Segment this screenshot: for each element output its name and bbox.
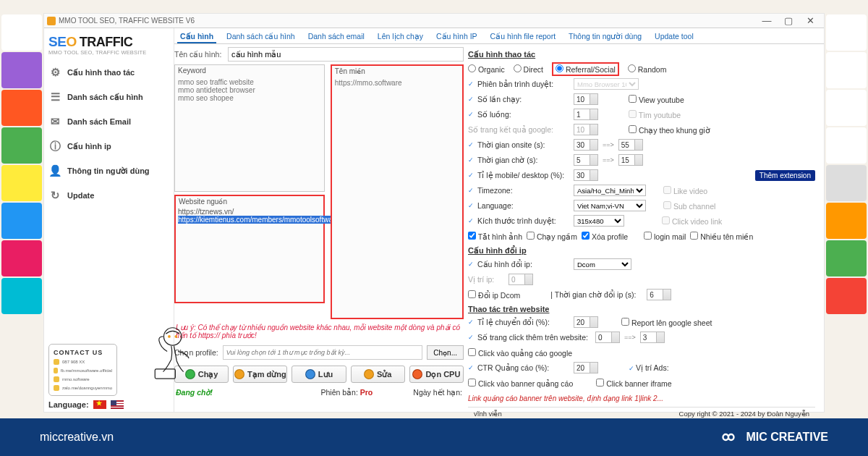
off-image-check[interactable]: Tắt hình ảnh	[468, 232, 522, 241]
source-box[interactable]: Website nguồn https://tznews.vn/ https:/…	[174, 195, 325, 303]
clicks-to-spin[interactable]: 3	[640, 332, 665, 343]
sidebar-item-update[interactable]: ↻Update	[48, 189, 169, 202]
save-icon	[305, 369, 315, 379]
mail-icon: ✉	[48, 115, 61, 128]
maximize-button[interactable]: ▢	[778, 15, 799, 26]
mascot-illustration	[147, 321, 201, 383]
threads-spin[interactable]: 1	[574, 109, 598, 120]
click-video-check: Click video link	[662, 216, 722, 226]
onsite-to-spin[interactable]: 55	[618, 139, 643, 151]
run-times-spin[interactable]: 10	[574, 93, 598, 105]
ads-check[interactable]: Click vào quảng cáo google	[468, 348, 572, 358]
ipwait-spin[interactable]: 6	[647, 289, 671, 300]
status-text: Đang chờ!	[176, 388, 213, 397]
edit-button[interactable]: Sửa	[351, 366, 405, 383]
ratio-spin[interactable]: 30	[574, 169, 598, 181]
language-row: Language:	[48, 400, 169, 409]
contact-card: CONTACT US 087 908 XX fb.me/mmosoftware.…	[48, 344, 117, 396]
infinity-icon	[718, 430, 739, 444]
sidebar-item-config[interactable]: ⚙Cấu hình thao tác	[48, 66, 169, 79]
tab-config-list[interactable]: Danh sách cấu hình	[224, 30, 298, 43]
copyright: Copy right © 2021 - 2024 by Đoàn Nguyễn	[679, 410, 809, 418]
config-name-label: Tên cấu hình:	[174, 50, 224, 59]
section-web: Thao tác trên website	[468, 305, 815, 313]
view-youtube-check[interactable]: View youtube	[629, 95, 684, 104]
logo: SEO TRAFFIC	[48, 34, 169, 50]
sub-channel-check: Sub channel	[663, 201, 715, 211]
config-name-input[interactable]	[228, 47, 464, 62]
like-video-check: Like video	[663, 186, 707, 195]
section-action: Cấu hình thao tác	[468, 50, 535, 59]
source-note: Lưu ý: Có thể chạy từ nhiều nguồn websit…	[174, 322, 464, 341]
onsite-spin[interactable]: 30	[574, 139, 598, 151]
list-icon: ☰	[48, 90, 61, 104]
domain-box[interactable]: Tên miền https://mmo.software	[331, 64, 464, 319]
cropped-right-strip	[825, 13, 868, 413]
close-button[interactable]: ✕	[799, 15, 821, 26]
minimize-button[interactable]: —	[756, 15, 778, 26]
app-icon	[47, 17, 56, 25]
tab-config[interactable]: Cấu hình	[177, 30, 216, 43]
gear-icon: ⚙	[48, 66, 61, 79]
domain-textarea[interactable]: https://mmo.software	[332, 77, 462, 318]
ip-icon: ⓘ	[48, 140, 61, 153]
language-select[interactable]: Viet Nam;vi-VN	[574, 200, 646, 211]
timezone-select[interactable]: Asia/Ho_Chi_Minh	[574, 185, 646, 196]
sidebar-item-config-list[interactable]: ☰Danh sách cấu hình	[48, 90, 169, 104]
banner-brand: MIC CREATIVE	[746, 431, 828, 444]
choose-button[interactable]: Chọn...	[427, 345, 464, 360]
banner-url: miccreative.vn	[40, 431, 114, 444]
tab-email[interactable]: Danh sách email	[305, 30, 367, 43]
iframe-check[interactable]: Click banner iframe	[596, 379, 671, 388]
ctr-spin[interactable]: 20	[574, 362, 598, 373]
keyword-textarea[interactable]: mmo seo traffic website mmo antidetect b…	[175, 77, 324, 191]
svg-point-0	[163, 328, 181, 345]
user-icon: 👤	[48, 164, 61, 177]
page-banner: miccreative.vn MIC CREATIVE	[0, 418, 868, 456]
profile-input[interactable]	[223, 345, 423, 360]
mode-referral[interactable]: Referral/Social	[556, 64, 616, 74]
mode-direct[interactable]: Direct	[514, 64, 543, 74]
mode-organic[interactable]: Organic	[468, 64, 505, 74]
ipcfg-select[interactable]: Dcom	[574, 258, 631, 270]
tab-report[interactable]: Cấu hình file report	[488, 30, 558, 43]
del-profile-check[interactable]: Xóa profile	[582, 232, 628, 241]
browser-select[interactable]: Mmo Browser 100	[574, 78, 639, 90]
pause-icon	[234, 369, 244, 379]
sidebar-item-ip[interactable]: ⓘCấu hình ip	[48, 140, 169, 153]
svg-rect-3	[155, 369, 175, 379]
wait-to-spin[interactable]: 15	[618, 154, 643, 166]
clean-button[interactable]: Dọn CPU	[409, 366, 464, 383]
pause-button[interactable]: Tạm dừng	[233, 366, 287, 383]
find-youtube-check: Tìm youtube	[629, 110, 681, 119]
tab-update[interactable]: Update tool	[652, 30, 697, 43]
multi-domain-check[interactable]: Nhiều tên miền	[690, 232, 753, 241]
login-mail-check[interactable]: login mail	[644, 232, 686, 241]
tab-ip[interactable]: Cấu hình IP	[433, 30, 480, 43]
wait-spin[interactable]: 5	[574, 154, 598, 166]
banner-check[interactable]: Click vào banner quảng cáo	[468, 379, 573, 388]
edit-icon	[364, 369, 374, 379]
sidebar-item-user[interactable]: 👤Thông tin người dùng	[48, 164, 169, 177]
dcom-check[interactable]: Đổi ip Dcom	[468, 290, 520, 300]
keyword-box[interactable]: Keyword mmo seo traffic website mmo anti…	[174, 64, 325, 192]
conv-spin[interactable]: 20	[574, 316, 598, 328]
section-ip: Cấu hình đổi ip	[468, 246, 815, 256]
window-title: MMO TOOL SEO, TRAFFIC WEBSITE V6	[59, 17, 195, 25]
schedule-check[interactable]: Chạy theo khung giờ	[629, 125, 710, 135]
flag-vn-icon[interactable]	[93, 400, 106, 409]
extension-button[interactable]: Thêm extension	[755, 170, 815, 181]
clicks-spin[interactable]: 0	[595, 332, 620, 343]
tab-schedule[interactable]: Lên lịch chạy	[375, 30, 426, 43]
refresh-icon: ↻	[48, 189, 61, 202]
bg-run-check[interactable]: Chạy ngầm	[527, 232, 577, 241]
flag-us-icon[interactable]	[111, 400, 124, 409]
svg-point-1	[168, 335, 171, 338]
report-check[interactable]: Report lên google sheet	[621, 318, 712, 327]
sidebar: SEO TRAFFIC MMO TOOL SEO, TRAFFIC WEBSIT…	[44, 28, 174, 412]
mode-random[interactable]: Random	[628, 64, 667, 74]
save-button[interactable]: Lưu	[292, 366, 346, 383]
tab-user[interactable]: Thông tin người dùng	[566, 30, 644, 43]
sidebar-item-email[interactable]: ✉Danh sách Email	[48, 115, 169, 128]
browsersize-select[interactable]: 315x480	[574, 215, 624, 227]
